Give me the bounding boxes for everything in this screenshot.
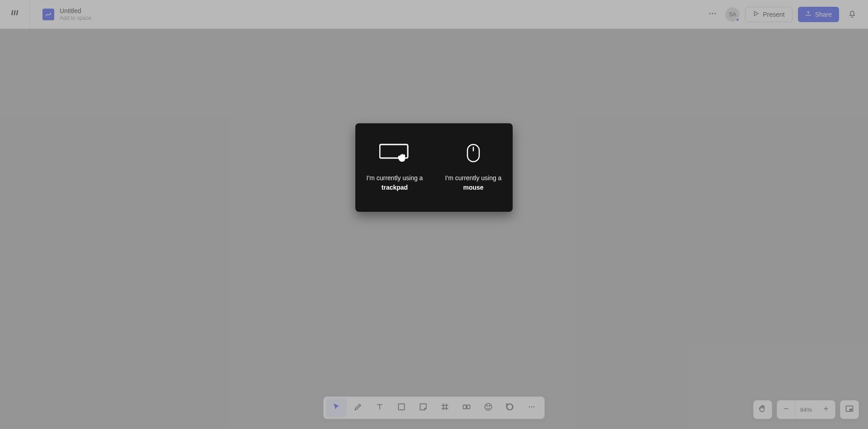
option-mouse-prefix: I'm currently using a (445, 174, 502, 182)
modal-scrim[interactable] (0, 0, 868, 429)
input-device-modal: I'm currently using a trackpad I'm curre… (355, 123, 513, 212)
option-mouse-device: mouse (463, 184, 483, 191)
mouse-icon (467, 143, 480, 163)
option-trackpad-device: trackpad (382, 184, 408, 191)
option-trackpad-prefix: I'm currently using a (367, 174, 423, 182)
option-trackpad[interactable]: I'm currently using a trackpad (355, 123, 434, 212)
trackpad-icon (379, 143, 410, 163)
option-mouse[interactable]: I'm currently using a mouse (434, 123, 513, 212)
